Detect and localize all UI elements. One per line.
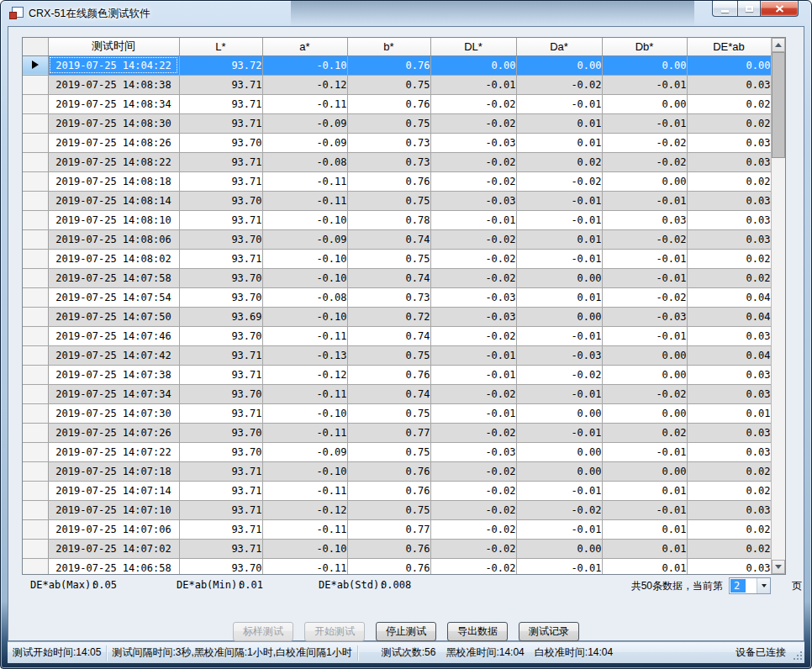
row-selector[interactable] [23,307,48,326]
column-header-a[interactable]: a* [262,38,347,55]
table-row[interactable]: 2019-07-25 14:04:2293.72-0.100.760.000.0… [23,55,771,75]
table-row[interactable]: 2019-07-25 14:08:0693.70-0.090.74-0.020.… [23,229,771,249]
resize-grip[interactable] [793,651,803,661]
table-cell: 0.00 [602,403,687,423]
table-cell: -0.01 [516,481,602,500]
table-row[interactable]: 2019-07-25 14:07:1493.71-0.110.76-0.02-0… [23,481,771,500]
column-header-l[interactable]: L* [179,38,262,55]
table-row[interactable]: 2019-07-25 14:07:4693.70-0.110.74-0.02-0… [23,326,771,345]
row-selector[interactable] [23,384,48,403]
table-cell: 2019-07-25 14:06:58 [48,558,179,575]
table-row[interactable]: 2019-07-25 14:08:2693.70-0.090.73-0.030.… [23,133,771,152]
row-selector[interactable] [23,113,48,133]
table-row[interactable]: 2019-07-25 14:07:4293.71-0.130.75-0.01-0… [23,345,771,365]
row-selector[interactable] [23,539,48,558]
row-selector[interactable] [23,210,48,229]
table-cell: 93.70 [179,384,262,403]
table-cell: -0.03 [430,133,516,152]
table-row[interactable]: 2019-07-25 14:08:3893.71-0.120.75-0.01-0… [23,75,771,94]
table-cell: -0.11 [262,94,347,113]
table-cell: -0.02 [430,94,516,113]
select-all-corner[interactable] [23,38,48,55]
table-row[interactable]: 2019-07-25 14:08:1493.70-0.110.75-0.03-0… [23,191,771,210]
row-selector[interactable] [23,133,48,152]
column-header-db[interactable]: Db* [602,38,687,55]
stop-test-button[interactable]: 停止测试 [376,622,436,641]
column-header-da[interactable]: Da* [516,38,602,55]
table-row[interactable]: 2019-07-25 14:07:0693.71-0.110.77-0.02-0… [23,519,771,539]
table-cell: 0.03 [687,191,771,210]
column-header-deab[interactable]: DE*ab [687,38,771,55]
row-selector[interactable] [23,423,48,442]
row-selector[interactable] [23,365,48,384]
table-cell: -0.02 [430,113,516,133]
table-row[interactable]: 2019-07-25 14:08:3093.71-0.090.75-0.020.… [23,113,771,133]
row-selector[interactable] [23,171,48,191]
vertical-scrollbar[interactable] [771,38,785,574]
row-selector[interactable] [23,461,48,481]
row-selector[interactable] [23,558,48,575]
table-cell: 0.01 [516,229,602,249]
column-header-dl[interactable]: DL* [430,38,516,55]
row-selector[interactable] [23,249,48,268]
column-header-b[interactable]: b* [347,38,430,55]
window-title: CRX-51在线颜色测试软件 [29,7,150,21]
column-header-time[interactable]: 测试时间 [48,38,179,55]
table-row[interactable]: 2019-07-25 14:07:3893.71-0.120.76-0.01-0… [23,365,771,384]
table-cell: 0.75 [347,249,430,268]
table-row[interactable]: 2019-07-25 14:08:2293.71-0.080.73-0.020.… [23,152,771,171]
table-cell: -0.01 [602,326,687,345]
table-cell: -0.03 [430,307,516,326]
titlebar-glass-sheen [291,1,694,26]
row-selector[interactable] [23,481,48,500]
row-selector[interactable] [23,229,48,249]
row-selector[interactable] [23,403,48,423]
row-selector[interactable] [23,75,48,94]
table-cell: 0.02 [687,113,771,133]
export-data-button[interactable]: 导出数据 [447,622,508,641]
row-selector[interactable] [23,94,48,113]
row-selector[interactable] [23,442,48,461]
table-cell: -0.09 [262,133,347,152]
de-std-value: 0.008 [381,579,411,591]
test-record-button[interactable]: 测试记录 [519,622,579,641]
row-selector[interactable] [23,287,48,307]
table-row[interactable]: 2019-07-25 14:06:5893.70-0.110.76-0.02-0… [23,558,771,575]
table-cell: 93.71 [179,461,262,481]
table-row[interactable]: 2019-07-25 14:07:1093.71-0.120.75-0.02-0… [23,500,771,519]
table-row[interactable]: 2019-07-25 14:07:1893.71-0.100.76-0.020.… [23,461,771,481]
page-select-combobox[interactable]: 2 [729,577,771,594]
scrollbar-thumb[interactable] [772,52,785,158]
table-row[interactable]: 2019-07-25 14:07:5093.69-0.100.72-0.030.… [23,307,771,326]
table-row[interactable]: 2019-07-25 14:08:1093.71-0.100.78-0.01-0… [23,210,771,229]
table-cell: -0.01 [430,75,516,94]
combobox-dropdown-button[interactable] [757,578,770,593]
row-selector[interactable] [23,500,48,519]
table-cell: 0.02 [687,519,771,539]
table-row[interactable]: 2019-07-25 14:08:3493.71-0.110.76-0.02-0… [23,94,771,113]
maximize-button[interactable] [737,1,761,17]
table-row[interactable]: 2019-07-25 14:07:5893.70-0.100.74-0.020.… [23,268,771,287]
scrollbar-up-button[interactable] [772,38,785,52]
row-selector[interactable] [23,519,48,539]
row-selector[interactable] [23,268,48,287]
table-row[interactable]: 2019-07-25 14:07:3093.71-0.100.75-0.010.… [23,403,771,423]
table-row[interactable]: 2019-07-25 14:08:1893.71-0.110.76-0.02-0… [23,171,771,191]
row-selector[interactable] [23,152,48,171]
table-row[interactable]: 2019-07-25 14:07:3493.70-0.110.74-0.02-0… [23,384,771,403]
table-row[interactable]: 2019-07-25 14:07:2293.70-0.090.75-0.030.… [23,442,771,461]
table-row[interactable]: 2019-07-25 14:08:0293.71-0.100.75-0.02-0… [23,249,771,268]
table-row[interactable]: 2019-07-25 14:07:2693.70-0.110.77-0.02-0… [23,423,771,442]
table-row[interactable]: 2019-07-25 14:07:5493.70-0.080.73-0.030.… [23,287,771,307]
minimize-button[interactable] [712,1,737,17]
row-selector[interactable] [23,55,48,75]
table-cell: -0.01 [602,500,687,519]
table-cell: 0.75 [347,345,430,365]
table-cell: -0.10 [262,539,347,558]
scrollbar-down-button[interactable] [772,560,785,574]
table-row[interactable]: 2019-07-25 14:07:0293.71-0.100.76-0.020.… [23,539,771,558]
close-button[interactable] [761,1,799,17]
row-selector[interactable] [23,191,48,210]
row-selector[interactable] [23,326,48,345]
row-selector[interactable] [23,345,48,365]
